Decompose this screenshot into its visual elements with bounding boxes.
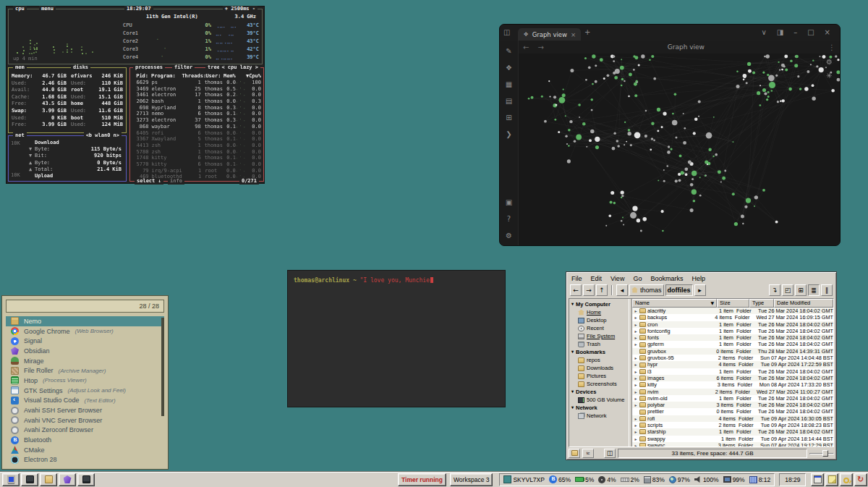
menu-file[interactable]: File [571, 275, 582, 282]
right-sidebar-toggle-icon[interactable]: ◨ [773, 29, 787, 36]
sidebar-item-500-gb-volume[interactable]: 500 GB Volume [571, 396, 629, 404]
sidebar-section-devices[interactable]: Devices [571, 388, 629, 396]
tab-list-chevron-icon[interactable]: ∨ [757, 29, 770, 36]
sidebar-item-downloads[interactable]: Downloads [571, 364, 629, 372]
sidebar-item-desktop[interactable]: Desktop [571, 316, 629, 324]
open-terminal-icon[interactable]: ↴ [769, 284, 780, 296]
file-row[interactable]: prettier0 itemsFolderTue 26 Mar 2024 18:… [632, 408, 833, 415]
net-interface[interactable]: <b wlan0 n> [84, 132, 122, 139]
process-row[interactable]: 2062bash1thomas0.0⠄⠂⠄0.3 [132, 98, 261, 105]
process-row[interactable]: 3469electron25thomas0.5⠄⠂⠄0.0 [132, 86, 261, 93]
process-footer-select[interactable]: select ↓ [135, 178, 163, 185]
process-row[interactable]: 6405rofi6thomas0.0⠄⠂⠄0.0 [132, 130, 261, 137]
up-button[interactable]: ↑ [596, 284, 608, 296]
process-row[interactable]: 868waybar98thomas0.1⠄⠂⠄0.0 [132, 124, 261, 130]
btop-interval-control[interactable]: + 2500ms - [223, 6, 258, 12]
file-row[interactable]: ▸i31 itemFolderTue 26 Mar 2024 18:04:02 … [632, 368, 833, 375]
menu-view[interactable]: View [610, 275, 624, 282]
new-tab-icon[interactable]: + [581, 29, 594, 36]
tab-scroll-left-button[interactable]: ◂ [616, 284, 628, 296]
forward-button[interactable]: → [583, 284, 595, 296]
launcher-item[interactable]: Mirage [6, 356, 164, 366]
process-row[interactable]: 6629ps1thomas0.0⠄⠂⠄100 [132, 80, 261, 86]
new-note-icon[interactable]: ✎ [506, 48, 511, 55]
tray-network[interactable]: SKYVL7XP [503, 475, 544, 483]
file-row[interactable]: ▸backups4 itemsFolderWed 27 Mar 2024 16:… [632, 314, 833, 321]
sidebar-item-file-system[interactable]: File System [571, 332, 629, 340]
taskbar-app-computer-icon[interactable] [2, 473, 20, 486]
launcher-search-input[interactable]: 28 / 28 [6, 300, 164, 313]
launch-restart-icon[interactable]: ↻ [854, 473, 867, 486]
dual-pane-icon[interactable]: ∥ [821, 284, 833, 296]
process-row[interactable]: 698Hyprland8thomas0.3⠄⠂⠄0.0 [132, 105, 261, 111]
process-row[interactable]: 3367Xwayland5thomas0.1⠄⠂⠄0.0 [132, 136, 261, 143]
taskbar-app-kitty-icon[interactable] [77, 473, 95, 486]
menu-help[interactable]: Help [692, 275, 705, 282]
process-row[interactable]: 3273electron37thomas0.3⠄⠂⠄0.0 [132, 117, 261, 124]
column-size[interactable]: Size [717, 299, 749, 308]
tray-disk[interactable]: 83% [644, 476, 665, 483]
tray-calendar[interactable]: 8:12 [749, 476, 771, 483]
btop-tab-menu[interactable]: menu [39, 6, 56, 12]
tray-globe[interactable]: 97% [669, 476, 690, 483]
file-row[interactable]: gruvbox0 itemsFolderThu 28 Mar 2024 14:3… [632, 348, 833, 355]
file-row[interactable]: ▸nvim2 itemsFolderWed 27 Mar 2024 11:00:… [632, 389, 833, 395]
menu-edit[interactable]: Edit [591, 275, 603, 282]
launcher-item[interactable]: Htop(Process Viewer) [6, 376, 164, 386]
file-row[interactable]: ▸nvim-old1 itemFolderTue 26 Mar 2024 18:… [632, 395, 833, 402]
process-row[interactable]: 3461electron17thomas0.2⠄⠂⠄0.0 [132, 92, 261, 98]
sidebar-section-bookmarks[interactable]: Bookmarks [571, 348, 629, 356]
file-row[interactable]: ▸scripts2 itemsFolderTue 09 Apr 2024 18:… [632, 422, 833, 428]
file-row[interactable]: ▸cron1 itemFolderTue 26 Mar 2024 18:04:0… [632, 321, 833, 328]
process-row[interactable]: 4413zsh1thomas0.0⠄⠂⠄0.0 [132, 143, 261, 149]
process-row[interactable]: 1748kitty6thomas0.1⠄⠂⠄0.0 [132, 155, 261, 161]
file-row[interactable]: ▸images6 itemsFolderTue 26 Mar 2024 18:0… [632, 375, 833, 381]
breadcrumb-home[interactable]: thomas [629, 284, 664, 296]
back-icon[interactable]: ← [519, 43, 533, 51]
taskbar-app-obsidian-icon[interactable] [59, 473, 76, 486]
graph-viewport[interactable]: ⚙ ✳ [519, 54, 840, 245]
maximize-icon[interactable]: □ [804, 29, 817, 36]
launcher-item[interactable]: File Roller(Archive Manager) [6, 365, 164, 376]
timer-button[interactable]: Timer running [398, 473, 446, 486]
knowledge-graph-canvas[interactable] [519, 54, 841, 234]
launcher-scrollbar[interactable] [161, 318, 164, 416]
tab-scroll-right-button[interactable]: ▸ [694, 284, 706, 296]
btop-tab-cpu[interactable]: cpu [13, 6, 27, 12]
file-row[interactable]: ▸gpferm1 itemFolderTue 26 Mar 2024 18:04… [632, 341, 833, 347]
sidebar-section-my-computer[interactable]: My Computer [571, 300, 629, 308]
show-devices-button[interactable]: ◫ [604, 449, 616, 458]
sidebar-item-recent[interactable]: Recent [571, 324, 629, 332]
list-view-icon[interactable]: ≣ [808, 284, 820, 296]
graph-view-icon[interactable]: ❖ [506, 64, 512, 72]
process-row[interactable]: 5780zsh1thomas0.0⠄⠂⠄0.0 [132, 149, 261, 156]
settings-icon[interactable]: ⚙ [506, 232, 512, 240]
close-tab-icon[interactable]: × [571, 31, 576, 38]
sidebar-item-home[interactable]: Home [571, 308, 629, 316]
launcher-item[interactable]: Signal [6, 336, 164, 346]
file-row[interactable]: ▸starship1 itemFolderTue 26 Mar 2024 18:… [632, 428, 833, 435]
launch-keys-icon[interactable] [840, 473, 853, 486]
file-row[interactable]: ▸swaync3 itemsFolderSun 07 Apr 2024 19:1… [632, 442, 833, 446]
launcher-item[interactable]: Bluetooth [6, 435, 164, 445]
launcher-item[interactable]: Obsidian [6, 346, 164, 356]
file-row[interactable]: ▸rofi4 itemsFolderTue 09 Apr 2024 16:30:… [632, 415, 833, 422]
launch-notes-icon[interactable] [825, 473, 838, 486]
file-row[interactable]: ▸gruvbox-952 itemsFolderSun 07 Apr 2024 … [632, 355, 833, 361]
minimize-icon[interactable]: – [790, 29, 801, 36]
icon-view-icon[interactable]: ⊞ [795, 284, 807, 296]
tray-fan[interactable]: 4% [598, 476, 616, 483]
workspace-button[interactable]: Workspace 3 [450, 473, 493, 486]
tray-volume[interactable]: 100% [694, 476, 719, 483]
menu-go[interactable]: Go [633, 275, 642, 282]
btop-tab-processes[interactable]: processes [133, 64, 165, 71]
sidebar-item-repos[interactable]: repos [571, 356, 629, 364]
daily-note-icon[interactable]: ▤ [506, 98, 512, 105]
process-table-header[interactable]: Pid: Program: Threads: User: Mem% ▼Cpu% [132, 73, 261, 80]
file-row[interactable]: ▸kitty3 itemsFolderMon 08 Apr 2024 17:33… [632, 381, 833, 388]
find-files-icon[interactable]: ◰ [782, 284, 793, 296]
tray-memory[interactable]: 2% [621, 476, 639, 483]
launcher-item[interactable]: Avahi Zeroconf Browser [6, 425, 164, 436]
btop-tab-filter[interactable]: filter [172, 64, 195, 71]
forward-icon[interactable]: → [533, 43, 548, 51]
